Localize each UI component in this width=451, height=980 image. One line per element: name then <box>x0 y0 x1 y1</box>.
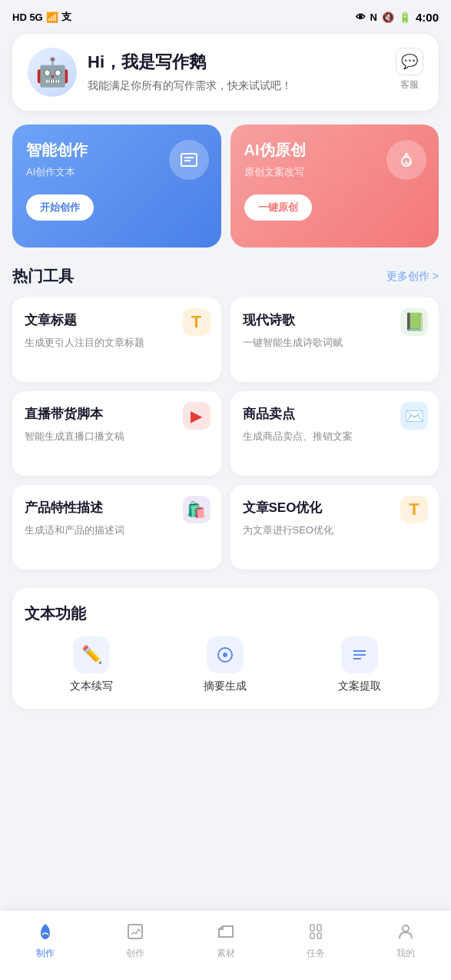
svg-point-6 <box>223 653 227 657</box>
product-selling-icon: ✉️ <box>400 402 428 430</box>
greeting-subtitle: 我能满足你所有的写作需求，快来试试吧！ <box>88 78 292 94</box>
product-desc-icon: 🛍️ <box>183 496 211 523</box>
robot-avatar: 🤖 <box>28 48 77 97</box>
tool-product-desc[interactable]: 🛍️ 产品特性描述 生成适和产品的描述词 <box>12 485 221 570</box>
svg-point-15 <box>403 925 409 932</box>
tab-mine-icon <box>394 920 417 943</box>
status-left: HD 5G 📶 支 <box>12 10 71 24</box>
live-script-icon: ▶ <box>183 402 211 430</box>
live-script-desc: 智能生成直播口播文稿 <box>25 429 209 444</box>
customer-service-icon: 💬 <box>396 48 423 75</box>
hot-tools-title: 热门工具 <box>12 266 74 287</box>
smart-create-card[interactable]: 智能创作 AI创作文本 开始创作 <box>12 125 221 247</box>
ai-original-card[interactable]: AI伪原创 原创文案改写 一键原创 AI <box>230 125 439 247</box>
tab-task[interactable]: 任务 <box>270 920 360 960</box>
copy-extract-icon <box>341 636 378 673</box>
product-desc-label: 产品特性描述 <box>25 499 209 517</box>
tab-mine-label: 我的 <box>396 947 415 960</box>
tab-task-icon <box>304 920 327 943</box>
main-content: 🤖 Hi，我是写作鹅 我能满足你所有的写作需求，快来试试吧！ 💬 客服 智能创作… <box>0 34 451 801</box>
summary-gen-icon <box>207 636 244 673</box>
mute-icon: 🔇 <box>382 12 394 23</box>
feature-cards-row: 智能创作 AI创作文本 开始创作 AI伪原创 原创文案改写 一键原创 AI <box>12 125 439 247</box>
article-title-desc: 生成更引人注目的文章标题 <box>25 335 209 350</box>
tool-product-selling[interactable]: ✉️ 商品卖点 生成商品卖点、推销文案 <box>230 391 439 476</box>
tab-bar: 制作 创作 素材 任务 <box>0 911 451 980</box>
tool-article-title[interactable]: T 文章标题 生成更引人注目的文章标题 <box>12 297 221 382</box>
ai-original-button[interactable]: 一键原创 <box>244 194 312 221</box>
tool-live-script[interactable]: ▶ 直播带货脚本 智能生成直播口播文稿 <box>12 391 221 476</box>
product-desc-desc: 生成适和产品的描述词 <box>25 523 209 538</box>
robot-icon: 🤖 <box>35 56 70 88</box>
battery-icon: 🔋 <box>399 12 411 23</box>
tool-seo-opt[interactable]: T 文章SEO优化 为文章进行SEO优化 <box>230 485 439 570</box>
text-functions-title: 文本功能 <box>25 603 86 624</box>
copy-extract-label: 文案提取 <box>338 679 381 693</box>
nfc-icon: N <box>370 12 377 23</box>
hot-tools-header: 热门工具 更多创作 > <box>12 266 439 287</box>
header-text: Hi，我是写作鹅 我能满足你所有的写作需求，快来试试吧！ <box>88 51 292 94</box>
greeting-title: Hi，我是写作鹅 <box>88 51 292 74</box>
tool-grid: T 文章标题 生成更引人注目的文章标题 📗 现代诗歌 一键智能生成诗歌词赋 ▶ … <box>12 297 439 570</box>
svg-text:AI: AI <box>404 159 410 166</box>
tab-create[interactable]: 制作 <box>0 920 90 960</box>
customer-service-button[interactable]: 💬 客服 <box>396 48 423 91</box>
text-continue-icon: ✏️ <box>73 636 110 673</box>
hot-tools-more[interactable]: 更多创作 > <box>386 270 439 284</box>
article-title-label: 文章标题 <box>25 311 209 329</box>
tab-material-icon <box>214 920 237 943</box>
tab-create-icon <box>34 920 57 943</box>
status-network: HD 5G <box>12 12 43 23</box>
status-right: 👁 N 🔇 🔋 4:00 <box>356 11 439 24</box>
tool-modern-poem[interactable]: 📗 现代诗歌 一键智能生成诗歌词赋 <box>230 297 439 382</box>
tab-material-label: 素材 <box>217 947 235 960</box>
product-selling-label: 商品卖点 <box>243 405 427 423</box>
modern-poem-icon: 📗 <box>400 308 428 336</box>
tab-task-label: 任务 <box>307 947 325 960</box>
article-title-icon: T <box>183 308 211 336</box>
text-functions-section: 文本功能 ✏️ 文本续写 摘要生成 <box>12 588 439 709</box>
summary-gen-label: 摘要生成 <box>204 679 247 693</box>
smart-create-icon <box>169 140 209 180</box>
text-continue-item[interactable]: ✏️ 文本续写 <box>25 636 158 693</box>
product-selling-desc: 生成商品卖点、推销文案 <box>243 429 427 444</box>
seo-opt-label: 文章SEO优化 <box>243 499 427 517</box>
tab-compose-label: 创作 <box>126 947 144 960</box>
text-functions-row: ✏️ 文本续写 摘要生成 <box>25 636 426 693</box>
tab-mine[interactable]: 我的 <box>361 920 451 960</box>
modern-poem-label: 现代诗歌 <box>243 311 427 329</box>
eye-icon: 👁 <box>356 12 366 23</box>
tab-material[interactable]: 素材 <box>181 920 270 960</box>
svg-rect-14 <box>317 933 321 938</box>
svg-rect-11 <box>310 925 314 931</box>
tab-compose[interactable]: 创作 <box>90 920 180 960</box>
text-functions-header: 文本功能 <box>25 603 426 624</box>
seo-opt-desc: 为文章进行SEO优化 <box>243 523 427 538</box>
copy-extract-item[interactable]: 文案提取 <box>293 636 426 693</box>
seo-opt-icon: T <box>400 496 428 523</box>
live-script-label: 直播带货脚本 <box>25 405 209 423</box>
status-bar: HD 5G 📶 支 👁 N 🔇 🔋 4:00 <box>0 0 451 34</box>
tab-create-label: 制作 <box>36 947 55 960</box>
status-time: 4:00 <box>416 11 439 24</box>
smart-create-button[interactable]: 开始创作 <box>26 194 94 221</box>
svg-rect-12 <box>317 925 321 931</box>
status-wifi: 📶 <box>46 12 58 23</box>
customer-service-label: 客服 <box>400 78 419 91</box>
summary-gen-item[interactable]: 摘要生成 <box>158 636 292 693</box>
status-alipay: 支 <box>61 10 71 24</box>
header-card: 🤖 Hi，我是写作鹅 我能满足你所有的写作需求，快来试试吧！ 💬 客服 <box>12 34 439 111</box>
svg-rect-13 <box>310 933 314 938</box>
text-continue-label: 文本续写 <box>70 679 113 693</box>
tab-compose-icon <box>124 920 147 943</box>
modern-poem-desc: 一键智能生成诗歌词赋 <box>243 335 427 350</box>
ai-original-icon: AI <box>386 140 426 180</box>
